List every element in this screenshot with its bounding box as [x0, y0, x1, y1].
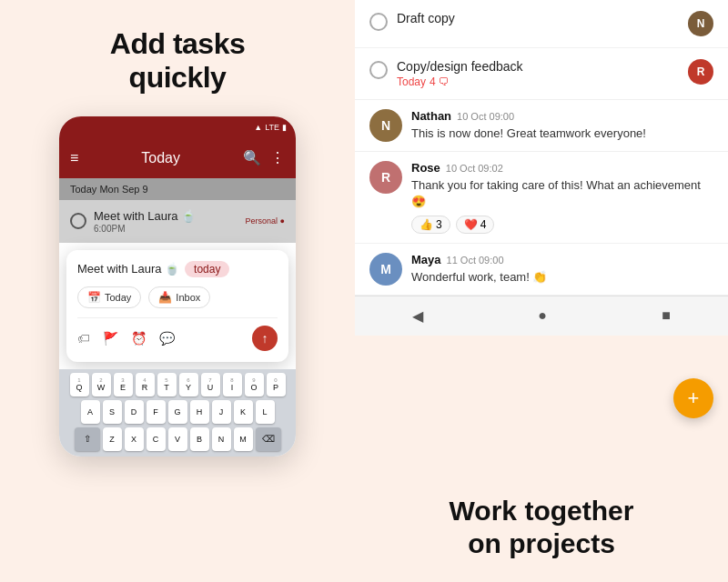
- key-x[interactable]: X: [125, 427, 144, 451]
- task-meta-copy: Today 4 🗨: [397, 75, 679, 88]
- phone-status-bar: ▲ LTE ▮: [59, 116, 296, 138]
- toolbar-title: Today: [86, 150, 236, 166]
- right-panel: Draft copy N Copy/design feedback Today …: [355, 0, 728, 582]
- keyboard-row-3: ⇧ Z X C V B N M ⌫: [61, 427, 294, 451]
- key-a[interactable]: A: [81, 400, 100, 424]
- key-j[interactable]: J: [212, 400, 231, 424]
- flag-icon[interactable]: 🚩: [103, 331, 118, 346]
- thumbsup-count: 3: [436, 218, 442, 231]
- chat-header-rose: Rose 10 Oct 09:02: [411, 161, 713, 175]
- avatar-letter-copy: R: [688, 59, 713, 85]
- chat-msg-maya: M Maya 11 Oct 09:00 Wonderful work, team…: [355, 244, 728, 296]
- key-s[interactable]: S: [103, 400, 122, 424]
- chat-time-maya: 11 Oct 09:00: [447, 255, 504, 266]
- fab-icon: +: [688, 386, 700, 410]
- phone-task-row: Meet with Laura 🍵 6:00PM Personal ●: [59, 200, 296, 243]
- reaction-row-rose: 👍 3 ❤️ 4: [411, 216, 713, 234]
- task-radio-copy[interactable]: [369, 61, 388, 79]
- key-k[interactable]: K: [234, 400, 253, 424]
- key-n[interactable]: N: [212, 427, 231, 451]
- key-y[interactable]: 6Y: [179, 373, 198, 396]
- menu-icon[interactable]: ≡: [70, 150, 78, 166]
- task-label: Personal ●: [246, 216, 285, 226]
- key-q[interactable]: 1Q: [70, 373, 89, 396]
- inbox-label: Inbox: [176, 292, 200, 303]
- phone-toolbar: ≡ Today 🔍 ⋮: [59, 138, 296, 178]
- right-top: Draft copy N Copy/design feedback Today …: [355, 0, 728, 296]
- avatar-letter-rose: R: [381, 170, 390, 185]
- heart-emoji: ❤️: [464, 218, 478, 231]
- nav-home-icon[interactable]: ●: [538, 307, 547, 324]
- key-c[interactable]: C: [147, 427, 166, 451]
- left-panel: Add tasksquickly ▲ LTE ▮ ≡ Today 🔍 ⋮ Tod…: [0, 0, 355, 582]
- key-p[interactable]: 0P: [267, 373, 286, 396]
- key-u[interactable]: 7U: [201, 373, 220, 396]
- key-t[interactable]: 5T: [157, 373, 177, 396]
- task-text-block: Meet with Laura 🍵 6:00PM: [94, 209, 238, 234]
- key-w[interactable]: 2W: [92, 373, 111, 396]
- avatar-copy: R: [688, 59, 713, 85]
- send-button[interactable]: ↑: [252, 326, 278, 351]
- key-shift[interactable]: ⇧: [75, 427, 100, 451]
- task-name-draft: Draft copy: [397, 11, 679, 25]
- send-icon: ↑: [262, 331, 268, 346]
- alarm-icon[interactable]: ⏰: [131, 331, 147, 346]
- toolbar-icons: 🔍 ⋮: [243, 149, 285, 166]
- key-backspace[interactable]: ⌫: [256, 427, 281, 451]
- key-o[interactable]: 9O: [245, 373, 264, 396]
- nav-recent-icon[interactable]: ■: [662, 307, 671, 324]
- key-r[interactable]: 4R: [136, 373, 155, 396]
- thumbsup-emoji: 👍: [420, 218, 433, 231]
- inbox-button[interactable]: 📥 Inbox: [148, 286, 210, 308]
- chat-time-nathan: 10 Oct 09:00: [457, 111, 514, 122]
- chat-text-rose: Thank you for taking care of this! What …: [411, 177, 713, 210]
- quick-add-input-row: Meet with Laura 🍵 today: [77, 261, 278, 277]
- key-g[interactable]: G: [168, 400, 187, 424]
- key-v[interactable]: V: [168, 427, 187, 451]
- right-bottom: Work togetheron projects: [355, 473, 728, 582]
- chat-text-nathan: This is now done! Great teamwork everyon…: [411, 125, 713, 142]
- key-h[interactable]: H: [190, 400, 209, 424]
- chat-header-nathan: Nathan 10 Oct 09:00: [411, 109, 713, 123]
- task-today-label: Today: [397, 75, 426, 88]
- key-f[interactable]: F: [147, 400, 166, 424]
- date-value: Mon Sep 9: [99, 184, 147, 195]
- left-title: Add tasksquickly: [110, 27, 245, 95]
- keyboard-row-1: 1Q 2W 3E 4R 5T 6Y 7U 8I 9O 0P: [61, 373, 294, 396]
- calendar-icon: 📅: [87, 291, 101, 304]
- fab-button[interactable]: +: [673, 378, 713, 418]
- search-icon[interactable]: 🔍: [243, 149, 261, 166]
- avatar-letter-nathan: N: [381, 118, 390, 133]
- status-icons: ▲ LTE ▮: [254, 123, 287, 132]
- task-checkbox[interactable]: [70, 213, 86, 229]
- task-radio-draft[interactable]: [369, 13, 388, 31]
- key-e[interactable]: 3E: [114, 373, 133, 396]
- task-comments-label: 4 🗨: [430, 75, 450, 88]
- key-b[interactable]: B: [190, 427, 209, 451]
- comment-icon[interactable]: 💬: [159, 331, 175, 346]
- task-item-draft: Draft copy N: [355, 0, 728, 48]
- key-d[interactable]: D: [125, 400, 144, 424]
- right-phone-wrapper: Draft copy N Copy/design feedback Today …: [355, 0, 728, 473]
- reaction-thumbsup[interactable]: 👍 3: [411, 216, 450, 234]
- quick-add-popup: Meet with Laura 🍵 today 📅 Today 📥 Inbox …: [66, 250, 288, 362]
- chat-content-rose: Rose 10 Oct 09:02 Thank you for taking c…: [411, 161, 713, 233]
- avatar-maya: M: [369, 253, 402, 286]
- reaction-heart[interactable]: ❤️ 4: [456, 216, 495, 234]
- tag-icon[interactable]: 🏷: [77, 331, 90, 346]
- more-icon[interactable]: ⋮: [270, 149, 285, 166]
- chat-name-nathan: Nathan: [411, 109, 451, 123]
- key-l[interactable]: L: [256, 400, 275, 424]
- date-label: Today: [70, 184, 96, 195]
- key-i[interactable]: 8I: [223, 373, 242, 396]
- task-content-copy: Copy/design feedback Today 4 🗨: [397, 59, 679, 88]
- today-label: Today: [105, 292, 131, 303]
- chat-msg-nathan: N Nathan 10 Oct 09:00 This is now done! …: [355, 100, 728, 152]
- key-m[interactable]: M: [234, 427, 253, 451]
- today-button[interactable]: 📅 Today: [77, 286, 141, 308]
- key-z[interactable]: Z: [103, 427, 122, 451]
- keyboard: 1Q 2W 3E 4R 5T 6Y 7U 8I 9O 0P A S D F G …: [59, 369, 296, 457]
- nav-back-icon[interactable]: ◀: [412, 307, 423, 325]
- chat-msg-rose: R Rose 10 Oct 09:02 Thank you for taking…: [355, 152, 728, 243]
- quick-add-badge[interactable]: today: [185, 261, 229, 277]
